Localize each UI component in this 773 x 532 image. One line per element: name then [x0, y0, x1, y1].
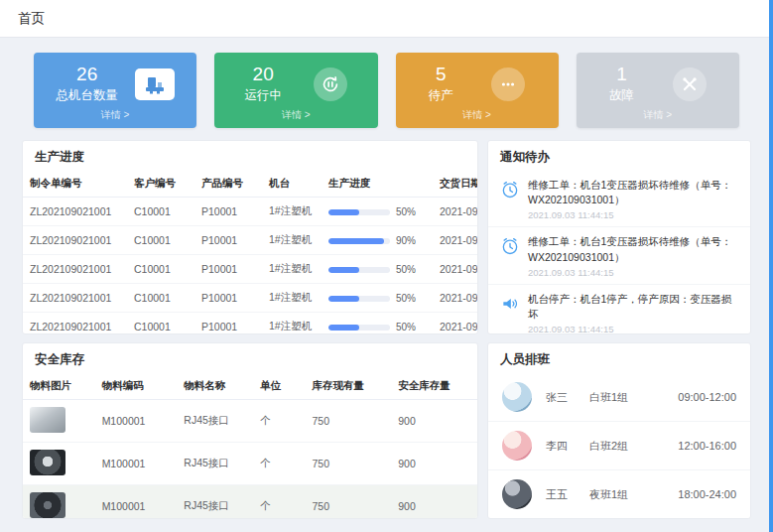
column-header: 制令单编号	[23, 171, 127, 198]
speaker-icon	[500, 294, 520, 314]
alarm-clock-icon	[500, 236, 520, 256]
cell-delivery-date: 2021-09-10	[433, 255, 478, 284]
cell-product-no: P10001	[194, 198, 262, 226]
cell-machine: 1#注塑机	[262, 255, 322, 284]
panel-title-inventory: 安全库存	[23, 343, 477, 373]
stat-label: 待产	[429, 87, 453, 104]
table-row: ZL202109021001 C10001 P10001 1#注塑机 50% 2…	[23, 255, 478, 284]
stat-value: 26	[56, 65, 118, 85]
cell-product-no: P10001	[194, 255, 262, 284]
progress-label: 50%	[396, 322, 416, 332]
cell-customer-no: C10001	[127, 226, 194, 255]
notification-time: 2021.09.03 11:44:15	[528, 209, 738, 220]
detail-link[interactable]: 详情 >	[410, 108, 545, 124]
notification-time: 2021.09.03 11:44:15	[528, 324, 738, 334]
staff-name: 李四	[546, 439, 589, 454]
cell-material-code: M100001	[95, 443, 178, 485]
stat-label: 总机台数量	[56, 87, 118, 104]
column-header: 物料图片	[23, 373, 95, 400]
cell-order-no: ZL202109021001	[23, 313, 127, 335]
notification-time: 2021.09.03 11:44:15	[528, 267, 738, 278]
column-header: 安全库存量	[391, 373, 477, 400]
cell-product-no: P10001	[194, 313, 262, 335]
cell-delivery-date: 2021-09-10	[433, 313, 478, 335]
column-header: 物料名称	[177, 373, 253, 400]
cell-machine: 1#注塑机	[262, 313, 322, 335]
cell-progress: 50%	[322, 313, 433, 335]
cell-product-no: P10001	[194, 284, 262, 313]
pending-icon	[491, 67, 525, 101]
cell-progress: 50%	[322, 255, 433, 284]
cell-safety-stock: 900	[391, 400, 477, 443]
detail-link[interactable]: 详情 >	[48, 108, 183, 124]
cell-product-no: P10001	[194, 226, 262, 255]
staff-time: 12:00-16:00	[678, 440, 736, 452]
speaker-photo	[30, 492, 65, 518]
cell-order-no: ZL202109021001	[23, 226, 127, 255]
production-progress-panel: 生产进度 制令单编号 客户编号 产品编号 机台 生产进度 交货日期 ZL2021…	[22, 140, 478, 334]
cell-current-stock: 750	[305, 443, 391, 485]
column-header: 客户编号	[127, 171, 194, 198]
cell-progress: 90%	[322, 226, 433, 255]
cell-progress: 50%	[322, 198, 433, 226]
stat-value: 20	[244, 65, 282, 85]
cell-material-image	[23, 400, 95, 443]
notification-text: 维修工单：机台1变压器损坏待维修（单号：WX202109031001）	[528, 234, 738, 264]
cell-delivery-date: 2021-09-10	[433, 284, 478, 313]
stat-value: 1	[609, 65, 634, 85]
cell-material-name: RJ45接口	[177, 485, 253, 520]
progress-label: 50%	[396, 206, 416, 217]
cell-material-name: RJ45接口	[177, 443, 253, 485]
cell-safety-stock: 900	[391, 443, 477, 485]
stat-card-running[interactable]: 20 运行中 详情 >	[214, 53, 377, 128]
avatar	[502, 382, 532, 412]
staff-name: 王五	[546, 487, 589, 502]
stat-label: 故障	[609, 87, 634, 104]
staff-shift: 白班1组	[589, 390, 659, 405]
cell-machine: 1#注塑机	[262, 284, 322, 313]
panel-title-staffing: 人员排班	[488, 343, 750, 373]
notification-text: 机台停产：机台1停产，停产原因：变压器损坏	[528, 292, 738, 322]
cell-current-stock: 750	[305, 485, 391, 520]
detail-link[interactable]: 详情 >	[590, 108, 725, 124]
alarm-clock-icon	[500, 180, 520, 200]
notification-item[interactable]: 维修工单：机台1变压器损坏待维修（单号：WX202109031001） 2021…	[488, 227, 750, 284]
stat-card-fault[interactable]: 1 故障 详情 >	[577, 53, 739, 128]
cell-material-code: M100001	[95, 400, 178, 443]
table-row: ZL202109021001 C10001 P10001 1#注塑机 90% 2…	[23, 226, 478, 255]
scrollbar[interactable]	[769, 0, 773, 532]
stat-card-pending[interactable]: 5 待产 详情 >	[396, 53, 559, 128]
cell-delivery-date: 2021-09-10	[433, 198, 478, 226]
staff-row: 张三 白班1组 09:00-12:00	[488, 373, 750, 422]
cell-machine: 1#注塑机	[262, 226, 322, 255]
staff-shift: 白班2组	[589, 439, 659, 454]
column-header: 单位	[253, 373, 305, 400]
staff-row: 李四 白班2组 12:00-16:00	[488, 422, 750, 470]
detail-link[interactable]: 详情 >	[228, 108, 363, 124]
cell-safety-stock: 900	[391, 485, 477, 520]
cell-unit: 个	[253, 400, 305, 443]
cell-current-stock: 750	[305, 400, 391, 443]
table-row: M100001 RJ45接口 个 750 900	[23, 443, 477, 485]
notification-item[interactable]: 维修工单：机台1变压器损坏待维修（单号：WX202109031001） 2021…	[488, 171, 750, 227]
staff-name: 张三	[546, 390, 589, 405]
table-row: ZL202109021001 C10001 P10001 1#注塑机 50% 2…	[23, 284, 478, 313]
table-row: ZL202109021001 C10001 P10001 1#注塑机 50% 2…	[23, 313, 478, 335]
fault-icon	[673, 67, 707, 101]
cell-order-no: ZL202109021001	[23, 284, 127, 313]
panel-title-production: 生产进度	[23, 141, 477, 171]
column-header: 生产进度	[322, 171, 433, 198]
cell-customer-no: C10001	[127, 313, 194, 335]
progress-bar	[328, 325, 390, 331]
progress-label: 90%	[396, 235, 416, 246]
staff-time: 18:00-24:00	[678, 488, 736, 500]
cell-customer-no: C10001	[127, 284, 194, 313]
progress-bar	[328, 238, 390, 244]
notification-item[interactable]: 机台停产：机台1停产，停产原因：变压器损坏 2021.09.03 11:44:1…	[488, 285, 750, 334]
stat-card-total-machines[interactable]: 26 总机台数量 详情 >	[34, 53, 196, 128]
avatar	[502, 431, 532, 461]
production-table: 制令单编号 客户编号 产品编号 机台 生产进度 交货日期 ZL202109021…	[23, 171, 478, 334]
rj45-connector-photo	[30, 407, 65, 433]
staff-time: 09:00-12:00	[678, 391, 736, 403]
table-row: M100001 RJ45接口 个 750 900	[23, 400, 477, 443]
